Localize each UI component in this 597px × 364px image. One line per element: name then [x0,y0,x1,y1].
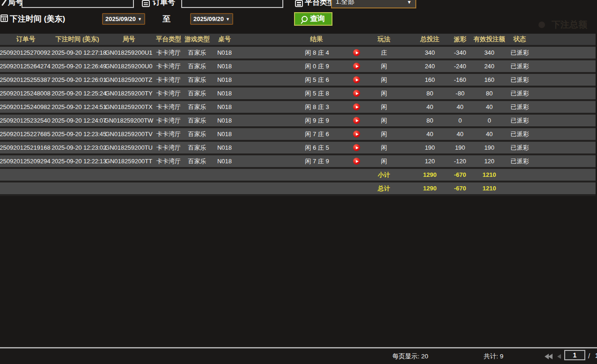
platform-type-selected: 1.全部 [336,0,354,6]
cell-payout: -240 [450,59,471,73]
pencil-icon [0,0,7,7]
cell-order-no: 250920125240982 [0,100,52,114]
cell-status: 已派彩 [508,127,531,141]
cell-valid-bet: 340 [471,46,508,59]
cell-bet-time: 2025-09-20 12:24:07 [52,114,103,127]
cell-platform: 卡卡湾厅 [155,100,183,114]
cell-filler [531,114,596,127]
cell-status: 已派彩 [508,46,531,59]
cell-game-type: 百家乐 [183,114,212,127]
bet-records-table: 订单号 下注时间 (美东) 局号 平台类型 游戏类型 桌号 结果 玩法 总投注 … [0,34,596,196]
cell-result: 闲 9 庄 9 [237,114,375,127]
play-icon[interactable] [353,144,360,151]
first-page-icon[interactable] [545,354,553,359]
total-label: 总计 [375,182,403,195]
cell-round-no: GN018259200TZ [103,73,155,87]
cell-bet-time: 2025-09-20 12:26:01 [52,73,103,87]
cell-platform: 卡卡湾厅 [155,59,183,73]
cell-platform: 卡卡湾厅 [155,127,183,141]
cell-bet-time: 2025-09-20 12:26:49 [52,59,103,73]
total-payout: -670 [450,182,471,195]
header-bet-type: 玩法 [375,34,403,46]
header-round-no: 局号 [103,34,155,46]
cell-status: 已派彩 [508,154,531,168]
order-number-input[interactable] [181,0,283,8]
cell-filler [531,73,596,87]
round-number-input[interactable] [22,0,134,8]
calendar-icon [0,15,8,22]
cell-game-type: 百家乐 [183,46,212,59]
cell-bet-time: 2025-09-20 12:23:02 [52,141,103,154]
cell-valid-bet: 40 [471,127,508,141]
cell-bet-time: 2025-09-20 12:24:51 [52,100,103,114]
play-icon[interactable] [353,63,360,70]
cell-filler [531,141,596,154]
prev-page-icon[interactable] [557,354,561,359]
play-icon[interactable] [353,158,360,165]
cell-bet-type: 闲 [375,127,403,141]
date-from-picker[interactable]: 2025/09/20 ▼ [102,13,145,25]
cell-status: 已派彩 [508,59,531,73]
cell-payout: 40 [450,100,471,114]
play-icon[interactable] [353,49,360,56]
per-page-label: 每页显示: 20 [392,352,428,361]
play-icon[interactable] [353,131,360,138]
cell-valid-bet: 80 [471,87,508,100]
cell-platform: 卡卡湾厅 [155,87,183,100]
cell-result: 闲 8 庄 4 [237,46,375,59]
cell-status: 已派彩 [508,100,531,114]
platform-type-select[interactable]: 1.全部 ▼ [331,0,416,8]
cell-order-no: 250920125248008 [0,87,52,100]
play-icon[interactable] [353,90,360,97]
list-icon [142,0,150,7]
cell-status: 已派彩 [508,87,531,100]
header-bet-time: 下注时间 (美东) [52,34,103,46]
cell-total-bet: 340 [403,46,450,59]
play-icon[interactable] [353,103,360,110]
play-icon[interactable] [353,76,360,83]
header-table-no: 桌号 [212,34,237,46]
cell-bet-time: 2025-09-20 12:25:24 [52,87,103,100]
cell-order-no: 250920125264274 [0,59,52,73]
cell-payout: 40 [450,127,471,141]
cell-bet-type: 闲 [375,87,403,100]
cell-payout: 190 [450,141,471,154]
play-icon[interactable] [353,117,360,124]
cell-game-type: 百家乐 [183,59,212,73]
table-row: 250920125270092 2025-09-20 12:27:18 GN01… [0,46,596,59]
cell-total-bet: 240 [403,59,450,73]
header-order-no: 订单号 [0,34,52,46]
cell-payout: 0 [450,114,471,127]
search-icon [302,16,308,22]
cell-total-bet: 40 [403,100,450,114]
cell-valid-bet: 190 [471,141,508,154]
date-to-picker[interactable]: 2025/09/20 ▼ [190,13,233,25]
cell-result: 闲 8 庄 3 [237,100,375,114]
total-count-label: 共计: 9 [484,352,503,361]
cell-valid-bet: 120 [471,154,508,168]
cell-bet-time: 2025-09-20 12:22:13 [52,154,103,168]
subtotal-bet: 1290 [403,168,450,182]
page-number-input[interactable]: 1 [564,350,585,360]
chevron-down-icon: ▼ [407,0,412,5]
cell-order-no: 250920125209294 [0,154,52,168]
cell-bet-time: 2025-09-20 12:27:18 [52,46,103,59]
cell-round-no: GN018259200U0 [103,59,155,73]
query-button[interactable]: 查询 [294,12,332,26]
footer-bar: 每页显示: 20 共计: 9 [0,349,597,364]
total-valid: 1210 [471,182,508,195]
cell-order-no: 250920125232540 [0,114,52,127]
cell-table-no: N018 [212,87,237,100]
cell-result: 闲 5 庄 8 [237,87,375,100]
table-row: 250920125209294 2025-09-20 12:22:13 GN01… [0,154,596,168]
cell-payout: -340 [450,46,471,59]
table-row: 250920125240982 2025-09-20 12:24:51 GN01… [0,100,596,114]
cell-bet-type: 闲 [375,73,403,87]
query-button-label: 查询 [310,14,325,24]
cell-order-no: 250920125227685 [0,127,52,141]
cell-platform: 卡卡湾厅 [155,46,183,59]
cell-game-type: 百家乐 [183,100,212,114]
cell-table-no: N018 [212,154,237,168]
cell-table-no: N018 [212,73,237,87]
cell-result: 闲 5 庄 6 [237,73,375,87]
